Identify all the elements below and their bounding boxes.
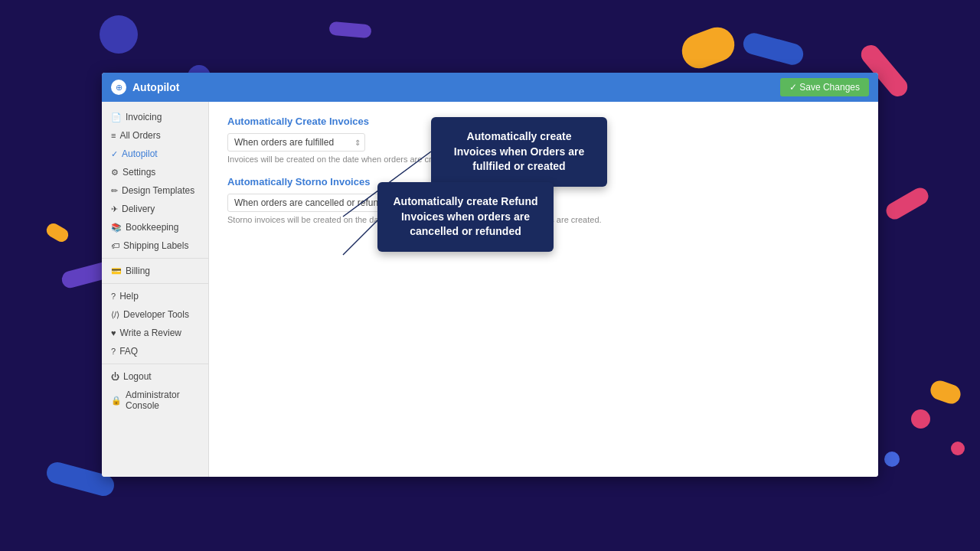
- sidebar-billing-section: 💳 Billing: [102, 262, 208, 280]
- tooltip-box-1: Automatically create Invoices when Order…: [431, 117, 607, 187]
- app-body: 📄 Invoicing ≡ All Orders ✓ Autopilot ⚙ S…: [102, 102, 878, 477]
- sidebar-item-faq[interactable]: ? FAQ: [102, 342, 208, 360]
- sidebar-item-admin-console[interactable]: 🔒 Administrator Console: [102, 386, 208, 415]
- app-header: ⊕ Autopilot ✓ Save Changes: [102, 73, 878, 102]
- tag-icon: 🏷: [111, 241, 119, 250]
- list-icon: ≡: [111, 131, 116, 140]
- save-changes-button[interactable]: ✓ Save Changes: [780, 78, 869, 96]
- svg-line-1: [343, 220, 377, 255]
- sidebar-item-developer-tools[interactable]: ⟨/⟩ Developer Tools: [102, 305, 208, 324]
- sidebar-item-design-templates[interactable]: ✏ Design Templates: [102, 181, 208, 200]
- app-window: ⊕ Autopilot ✓ Save Changes 📄 Invoicing ≡…: [102, 73, 878, 477]
- header-left: ⊕ Autopilot: [111, 80, 179, 95]
- app-logo: ⊕: [111, 80, 126, 95]
- autopilot-icon: ✓: [111, 149, 118, 159]
- logout-icon: ⏻: [111, 372, 119, 381]
- question-icon: ?: [111, 347, 116, 356]
- main-content: Automatically Create Invoices When order…: [209, 102, 878, 477]
- sidebar-item-bookkeeping[interactable]: 📚 Bookkeeping: [102, 218, 208, 236]
- sidebar-item-shipping-labels[interactable]: 🏷 Shipping Labels: [102, 236, 208, 255]
- sidebar-invoicing-section: 📄 Invoicing: [102, 108, 208, 126]
- code-icon: ⟨/⟩: [111, 310, 119, 320]
- sidebar-item-write-review[interactable]: ♥ Write a Review: [102, 324, 208, 342]
- sidebar-item-logout[interactable]: ⏻ Logout: [102, 367, 208, 386]
- sidebar-item-autopilot[interactable]: ✓ Autopilot: [102, 145, 208, 163]
- design-icon: ✏: [111, 186, 118, 196]
- delivery-icon: ✈: [111, 204, 118, 214]
- auto-create-invoices-select-wrapper: When orders are fulfilled When orders ar…: [227, 133, 365, 152]
- sidebar-divider-2: [102, 283, 208, 284]
- sidebar-item-all-orders[interactable]: ≡ All Orders: [102, 126, 208, 145]
- lock-icon: 🔒: [111, 396, 122, 406]
- sidebar: 📄 Invoicing ≡ All Orders ✓ Autopilot ⚙ S…: [102, 102, 209, 477]
- sidebar-settings-section: ⚙ Settings: [102, 163, 208, 181]
- sidebar-divider-3: [102, 364, 208, 364]
- sidebar-divider-1: [102, 258, 208, 259]
- tooltip-box-2: Automatically create Refund Invoices whe…: [377, 182, 554, 252]
- heart-icon: ♥: [111, 328, 116, 337]
- sidebar-item-delivery[interactable]: ✈ Delivery: [102, 200, 208, 218]
- auto-create-invoices-select[interactable]: When orders are fulfilled When orders ar…: [227, 133, 365, 152]
- sidebar-help-section: ? Help: [102, 287, 208, 305]
- bookkeeping-icon: 📚: [111, 223, 122, 233]
- app-title: Autopilot: [132, 81, 179, 93]
